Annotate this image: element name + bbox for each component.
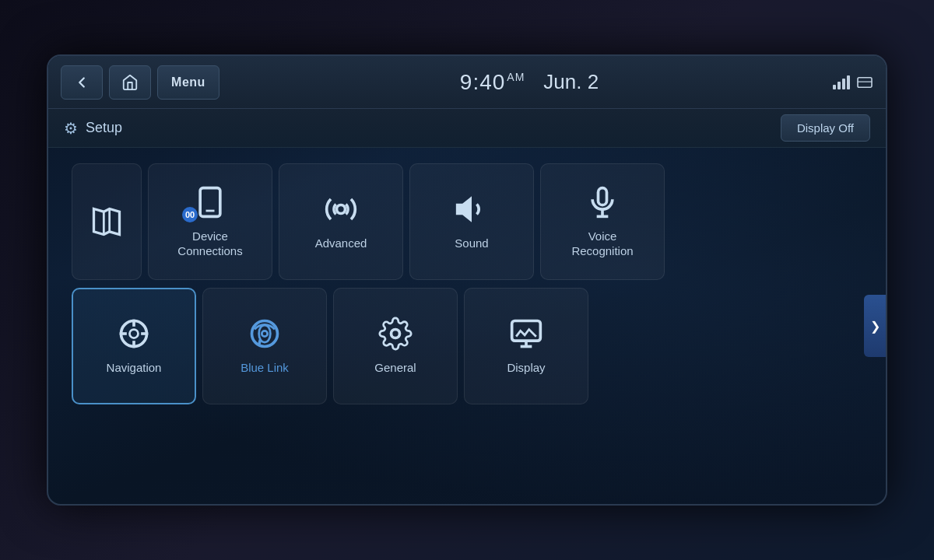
menu-item-sound[interactable]: Sound [409, 163, 534, 280]
menu-item-blue-link[interactable]: Blue Link [202, 288, 327, 404]
display-label: Display [507, 360, 545, 376]
voice-recognition-label: VoiceRecognition [571, 229, 633, 259]
main-grid: 00 DeviceConnections Advanced [48, 148, 886, 504]
general-label: General [374, 360, 416, 376]
clock-area: 9:40AM Jun. 2 [226, 70, 833, 95]
svg-rect-0 [858, 77, 872, 87]
back-button[interactable] [61, 65, 103, 100]
grid-row-1: 00 DeviceConnections Advanced [72, 163, 862, 280]
menu-button[interactable]: Menu [157, 65, 219, 100]
advanced-icon [324, 192, 358, 226]
svg-point-18 [392, 330, 400, 338]
date-display: Jun. 2 [543, 70, 599, 94]
wifi-icon [856, 75, 873, 89]
scroll-chevron-icon: ❯ [870, 319, 880, 334]
clock-display: 9:40AM [460, 70, 525, 95]
svg-point-10 [130, 330, 139, 338]
device-connections-label: DeviceConnections [177, 229, 242, 259]
menu-item-voice-recognition[interactable]: VoiceRecognition [540, 163, 665, 280]
map-icon [90, 205, 124, 239]
voice-recognition-icon [585, 185, 620, 219]
scroll-right-button[interactable]: ❯ [864, 295, 886, 357]
advanced-label: Advanced [315, 236, 367, 251]
display-off-button[interactable]: Display Off [781, 114, 870, 142]
menu-item-advanced[interactable]: Advanced [279, 163, 403, 280]
menu-item-display[interactable]: Display [464, 288, 588, 404]
svg-point-4 [337, 205, 346, 214]
sound-label: Sound [455, 236, 488, 251]
svg-rect-2 [200, 187, 220, 216]
blue-link-label: Blue Link [241, 360, 289, 376]
svg-marker-5 [458, 199, 471, 219]
device-connections-icon [193, 185, 227, 219]
grid-row-2: Navigation Blue Link [72, 288, 862, 404]
svg-rect-6 [599, 187, 607, 205]
status-icons [833, 75, 873, 89]
display-icon [509, 317, 543, 351]
menu-item-device-connections[interactable]: 00 DeviceConnections [148, 163, 272, 280]
svg-rect-19 [512, 321, 541, 341]
device-badge: 00 [182, 207, 198, 222]
signal-icon [833, 75, 850, 89]
menu-item-navigation[interactable]: Navigation [72, 288, 196, 404]
setup-label: Setup [86, 120, 122, 136]
svg-line-17 [259, 340, 261, 345]
screen-container: Menu 9:40AM Jun. 2 [47, 54, 887, 506]
setup-bar: ⚙ Setup Display Off [48, 109, 886, 148]
top-bar: Menu 9:40AM Jun. 2 [48, 56, 886, 109]
navigation-label: Navigation [107, 360, 162, 376]
menu-item-general[interactable]: General [333, 288, 458, 404]
menu-item-map[interactable] [72, 163, 142, 280]
svg-point-16 [262, 331, 267, 337]
navigation-icon [117, 317, 151, 351]
blue-link-icon [248, 317, 282, 351]
setup-title-area: ⚙ Setup [64, 119, 122, 138]
sound-icon [455, 192, 489, 226]
content-area: 00 DeviceConnections Advanced [48, 148, 886, 504]
general-icon [378, 317, 413, 351]
setup-gear-icon: ⚙ [64, 119, 78, 138]
home-button[interactable] [109, 65, 151, 100]
